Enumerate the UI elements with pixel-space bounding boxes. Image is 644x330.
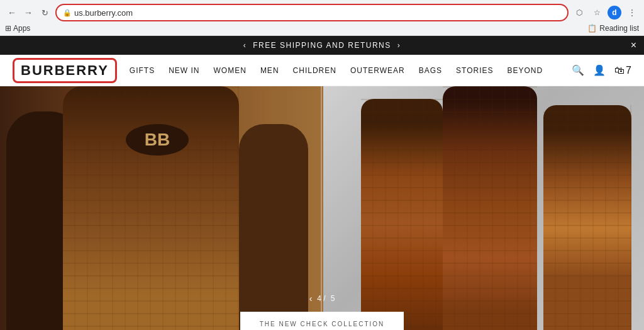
search-button[interactable]: 🔍 (572, 64, 584, 76)
figure-right-1 (361, 99, 443, 330)
nav-icons: 🔍 👤 🛍 7 (572, 64, 631, 76)
nav-outerwear[interactable]: OUTERWEAR (350, 66, 405, 75)
search-icon: 🔍 (572, 64, 584, 76)
forward-button[interactable]: → (21, 6, 35, 20)
nav-bags[interactable]: BAGS (419, 66, 442, 75)
bb-hat-logo: BB (126, 124, 189, 156)
url-text: us.burberry.com (74, 8, 133, 18)
apps-link[interactable]: ⊞ Apps (5, 24, 30, 33)
hero-right-models (323, 86, 644, 330)
bb-text: BB (145, 130, 170, 150)
refresh-button[interactable]: ↻ (38, 6, 52, 20)
account-button[interactable]: 👤 (593, 64, 606, 76)
account-icon: 👤 (593, 64, 606, 76)
slide-prev-button[interactable]: ‹ (309, 293, 313, 304)
browser-chrome: ← → ↻ 🔒 us.burberry.com ⬡ ☆ d ⋮ ⊞ Apps 📋 (0, 0, 644, 36)
nav-men[interactable]: MEN (260, 66, 279, 75)
slide-total: 5 (331, 294, 335, 303)
figure-right-3 (543, 105, 631, 330)
figure-main (63, 86, 239, 330)
nav-links: GIFTS NEW IN WOMEN MEN CHILDREN OUTERWEA… (130, 66, 572, 75)
profile-avatar[interactable]: d (608, 6, 621, 20)
nav-gifts[interactable]: GIFTS (130, 66, 155, 75)
close-shipping-bar-button[interactable]: × (631, 40, 636, 51)
figure-back-right (239, 124, 308, 330)
hero-left-models: BB (0, 86, 327, 330)
next-arrow[interactable]: › (397, 41, 401, 50)
address-bar[interactable]: 🔒 us.burberry.com (55, 4, 569, 21)
slide-counter: ‹ 4 / 5 (309, 293, 335, 304)
bag-count: 7 (626, 65, 631, 76)
prev-arrow[interactable]: ‹ (243, 41, 247, 50)
bookmark-button[interactable]: ☆ (590, 6, 604, 20)
nav-new-in[interactable]: NEW IN (169, 66, 199, 75)
shipping-bar: ‹ FREE SHIPPING AND RETURNS › × (0, 36, 644, 55)
bag-button[interactable]: 🛍 7 (614, 65, 631, 76)
main-nav: BURBERRY GIFTS NEW IN WOMEN MEN CHILDREN… (0, 55, 644, 86)
menu-button[interactable]: ⋮ (625, 6, 639, 20)
back-button[interactable]: ← (5, 6, 19, 20)
reading-list-link[interactable]: 📋 Reading list (587, 24, 639, 33)
reading-list-icon: 📋 (587, 24, 597, 33)
caption-subtitle: THE NEW CHECK COLLECTION (259, 321, 385, 327)
apps-grid-icon: ⊞ (5, 24, 11, 33)
nav-children[interactable]: CHILDREN (293, 66, 336, 75)
lock-icon: 🔒 (63, 9, 72, 17)
shipping-text: FREE SHIPPING AND RETURNS (253, 41, 391, 50)
burberry-logo[interactable]: BURBERRY (13, 58, 117, 83)
bag-icon: 🛍 (614, 65, 625, 76)
screenshot-button[interactable]: ⬡ (572, 6, 586, 20)
slide-number: 4 / (317, 294, 325, 303)
nav-stories[interactable]: STORIES (456, 66, 493, 75)
figure-right-2 (443, 86, 537, 330)
nav-women[interactable]: WOMEN (214, 66, 247, 75)
site-wrapper: ‹ FREE SHIPPING AND RETURNS › × BURBERRY… (0, 36, 644, 330)
nav-beyond[interactable]: BEYOND (508, 66, 543, 75)
hero-caption: THE NEW CHECK COLLECTION WOMEN MEN (240, 312, 404, 330)
hero-section: BB ‹ 4 / 5 THE NEW CHECK COLLECTION (0, 86, 644, 330)
